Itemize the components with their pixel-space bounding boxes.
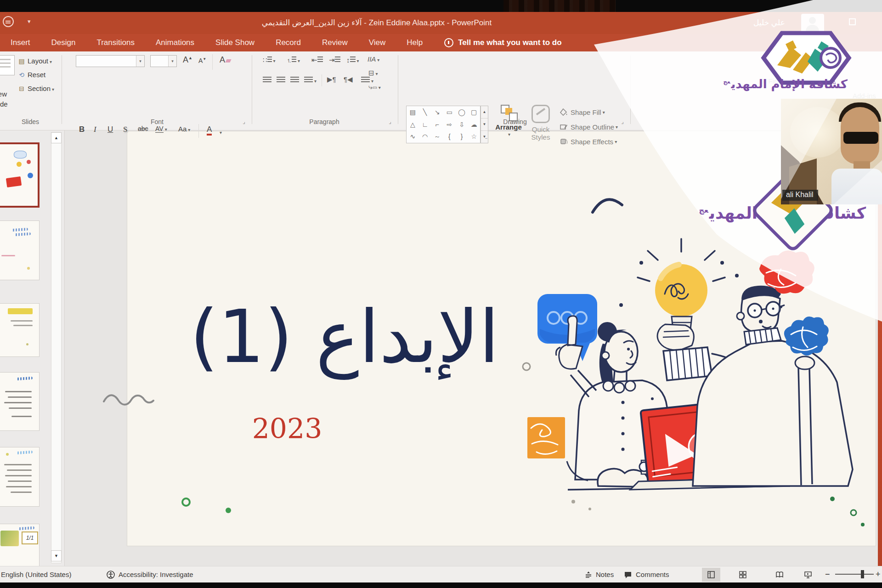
comments-icon (624, 571, 632, 579)
shape-effects-button[interactable]: Shape Effects▾ (560, 136, 617, 147)
chevron-down-icon[interactable]: ▾ (168, 56, 176, 67)
shrink-font-button[interactable]: A▼ (198, 57, 206, 64)
zoom-slider-handle[interactable] (861, 570, 864, 578)
slideshow-view-icon[interactable] (804, 571, 812, 579)
tab-transitions[interactable]: Transitions (86, 34, 145, 51)
text-shadow-button[interactable]: S (123, 125, 127, 134)
shape-glyph-icon[interactable]: ◯ (456, 106, 468, 119)
slides-group-label: Slides (0, 118, 61, 125)
group-divider (252, 55, 252, 124)
thumbnail-slide-1[interactable] (0, 142, 40, 208)
section-button[interactable]: ⊟Section▾ (17, 85, 54, 93)
layout-button[interactable]: ▤Layout▾ (17, 57, 52, 65)
align-right-button[interactable] (290, 76, 299, 85)
drawing-dialog-launcher-icon[interactable]: ⌟ (621, 119, 624, 125)
webcam-video[interactable]: ali Khalil (781, 99, 882, 204)
line-spacing-button[interactable]: ↕▾ (346, 56, 359, 64)
shape-glyph-icon[interactable]: { (443, 130, 456, 143)
scroll-up-icon[interactable]: ▲ (481, 106, 488, 119)
thumbnail-slide-5[interactable] (0, 447, 40, 507)
tab-review[interactable]: Review (311, 34, 358, 51)
align-center-button[interactable] (277, 76, 285, 85)
decrease-indent-button[interactable]: ⇤ (311, 56, 323, 64)
gallery-more-icon[interactable]: ▼̲ (481, 131, 488, 143)
language-status[interactable]: English (United States) (1, 566, 71, 583)
font-name-combobox[interactable]: ▾ (76, 55, 145, 67)
zoom-in-button[interactable]: + (876, 566, 881, 582)
quick-access-caret-icon[interactable]: ▾ (28, 18, 31, 25)
reset-button[interactable]: ⟲Reset (17, 71, 45, 79)
tab-slide-show[interactable]: Slide Show (205, 34, 265, 51)
tab-insert[interactable]: Insert (0, 34, 41, 51)
group-divider (630, 55, 631, 124)
increase-indent-button[interactable]: ⇥ (329, 56, 340, 64)
tab-help[interactable]: Help (396, 34, 433, 51)
lightbulb-icon (444, 38, 453, 47)
thumbnail-slide-6[interactable]: 1/1 (0, 524, 40, 566)
thumbnail-scrollbar-track[interactable] (51, 132, 62, 563)
separator (322, 74, 322, 86)
shape-glyph-icon[interactable]: } (456, 130, 468, 143)
shape-glyph-icon[interactable]: ∿ (407, 130, 419, 143)
numbering-button[interactable]: ⒈▾ (287, 56, 300, 64)
separator (198, 124, 199, 138)
paragraph-dialog-launcher-icon[interactable]: ⌟ (389, 119, 391, 125)
page-number-badge: 1/1 (22, 531, 38, 544)
align-left-button[interactable] (263, 76, 271, 85)
quick-access-icon[interactable] (3, 16, 14, 27)
clear-formatting-button[interactable]: A (220, 55, 231, 65)
zoom-out-button[interactable]: − (825, 566, 830, 582)
ltr-direction-button[interactable]: ¶◀ (344, 75, 353, 84)
bold-button[interactable]: B (79, 125, 85, 134)
justify-button[interactable]: ▾ (304, 76, 317, 85)
tell-me-box[interactable]: Tell me what you want to do (433, 38, 561, 47)
character-spacing-button[interactable]: AV▾ (155, 125, 167, 132)
rtl-direction-button[interactable]: ▶¶ (327, 75, 336, 84)
tab-animations[interactable]: Animations (145, 34, 205, 51)
new-slide-label1: New (0, 90, 14, 98)
notes-button[interactable]: Notes (596, 566, 614, 583)
font-size-combobox[interactable]: ▾ (150, 55, 177, 67)
shape-glyph-icon[interactable]: ☆ (468, 130, 480, 143)
font-color-button[interactable]: A (207, 125, 212, 136)
bullets-button[interactable]: ∷▾ (263, 56, 276, 64)
paragraph-group-label: Paragraph (255, 118, 393, 125)
new-slide-button[interactable]: New Slide (0, 54, 15, 114)
shape-glyph-icon[interactable]: ▭ (443, 106, 456, 119)
shape-glyph-icon[interactable]: ▤ (407, 106, 419, 119)
slide-title-text[interactable]: الإبداع (1) (184, 266, 505, 408)
shape-fill-button[interactable]: Shape Fill▾ (560, 107, 605, 118)
tab-view[interactable]: View (358, 34, 396, 51)
slide-sorter-view-icon[interactable] (739, 571, 747, 579)
thumbnail-slide-3[interactable] (0, 303, 40, 357)
font-dialog-launcher-icon[interactable]: ⌟ (243, 119, 245, 125)
underline-button[interactable]: U (107, 125, 113, 134)
tab-design[interactable]: Design (41, 34, 86, 51)
shape-glyph-icon[interactable]: ◠ (419, 130, 431, 143)
shape-glyph-icon[interactable]: ～ (431, 130, 443, 143)
scroll-down-button[interactable]: ▼ (51, 550, 62, 561)
scroll-up-button[interactable]: ▲ (51, 132, 62, 143)
window-restore-icon[interactable] (849, 18, 856, 25)
ribbon-tab-row: Insert Design Transitions Animations Sli… (0, 34, 882, 51)
group-divider (62, 55, 62, 124)
shape-glyph-icon[interactable]: ↘ (431, 106, 443, 119)
slide-year-text[interactable]: 2023 (248, 413, 326, 445)
zoom-slider-track[interactable] (835, 574, 874, 575)
strikethrough-button[interactable]: abc (138, 125, 148, 132)
italic-button[interactable]: I (94, 125, 96, 134)
comments-button[interactable]: Comments (636, 566, 669, 583)
align-text-button[interactable]: ⊟▾ (368, 69, 378, 77)
shape-glyph-icon[interactable]: ▢ (468, 106, 480, 119)
convert-smartart-button[interactable]: ⤷▭▾ (368, 83, 381, 91)
thumbnail-slide-2[interactable] (0, 220, 40, 280)
chevron-down-icon[interactable]: ▾ (136, 56, 144, 67)
thumbnail-slide-4[interactable] (0, 372, 40, 431)
reading-view-icon[interactable] (775, 571, 784, 579)
text-direction-button[interactable]: IIA▾ (368, 55, 379, 63)
tab-record[interactable]: Record (265, 34, 311, 51)
change-case-button[interactable]: Aa▾ (178, 125, 190, 133)
accessibility-status[interactable]: Accessibility: Investigate (119, 566, 193, 583)
grow-font-button[interactable]: A▲ (183, 55, 192, 65)
shape-glyph-icon[interactable]: ╲ (419, 106, 431, 119)
